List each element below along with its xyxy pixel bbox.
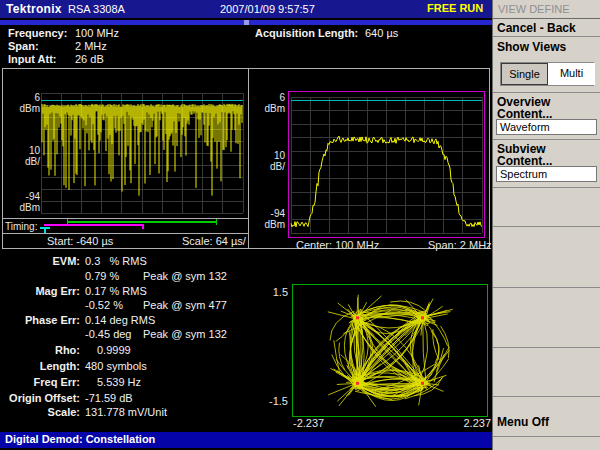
input-att-value: 26 dB — [75, 53, 104, 65]
menu-blank-section-4 — [493, 348, 600, 397]
acquisition-length-label: Acquisition Length: — [255, 27, 358, 39]
overview-y-top-unit: dBm — [2, 103, 40, 114]
length-value: 480 symbols — [85, 360, 147, 372]
multi-view-button[interactable]: Multi — [548, 63, 595, 85]
span-label: Span: — [8, 40, 39, 52]
freq-err-row: Freq Err: 5.539 Hz — [0, 376, 290, 389]
subview-y-bottom-label: -94 — [247, 208, 285, 219]
subview-y-bottom-unit: dBm — [247, 219, 285, 230]
subview-y-top-label: 6 — [247, 92, 285, 103]
menu-blank-section-3 — [493, 288, 600, 348]
frequency-label: Frequency: — [8, 27, 67, 39]
phase-err-peak-value: -0.45 deg — [85, 328, 131, 340]
acquisition-length-value: 640 µs — [365, 27, 398, 39]
menu-blank-section-2 — [493, 227, 600, 288]
menu-title-section: VIEW DEFINE — [493, 0, 600, 19]
origin-offset-row: Origin Offset: -71.59 dB — [0, 392, 290, 405]
rho-value: 0.9999 — [97, 344, 131, 356]
timing-magenta-tick — [142, 224, 144, 229]
span-value: 2 MHz — [75, 40, 107, 52]
phase-err-row: Phase Err: 0.14 deg RMS — [0, 314, 290, 327]
rho-row: Rho: 0.9999 — [0, 344, 290, 357]
show-views-section: Show Views Single Multi — [493, 37, 600, 93]
subview-y-scale-label: 10 — [247, 150, 285, 161]
constellation-plot — [293, 285, 487, 416]
subview-y-scale-unit: dB/ — [247, 161, 285, 172]
phase-err-peak-row: -0.45 deg Peak @ sym 132 — [0, 328, 290, 341]
mag-err-peak-value: -0.52 % — [85, 299, 123, 311]
mode-status-bar: Digital Demod: Constellation — [0, 432, 492, 448]
timing-label: Timing: — [5, 221, 37, 232]
menu-title: VIEW DEFINE — [498, 3, 570, 15]
timing-green-span-bar[interactable] — [68, 221, 217, 223]
subview-content-field[interactable]: Spectrum — [496, 166, 597, 182]
timing-magenta-span-bar[interactable] — [44, 224, 144, 226]
menu-off-label: Menu Off — [497, 415, 549, 429]
evm-peak-row: 0.79 % Peak @ sym 132 — [0, 270, 290, 283]
origin-offset-value: -71.59 dB — [85, 392, 133, 404]
phase-err-rms-value: 0.14 deg RMS — [85, 314, 155, 326]
accent-strip-marker — [244, 20, 249, 25]
input-att-label: Input Att: — [8, 53, 56, 65]
trigger-status-badge: FREE RUN — [427, 2, 483, 14]
subview-span-readout: Span: 2 MHz — [428, 239, 492, 251]
frequency-value: 100 MHz — [75, 27, 119, 39]
length-row: Length: 480 symbols — [0, 360, 290, 373]
mag-err-row: Mag Err: 0.17 % RMS — [0, 285, 290, 298]
evm-peak-symbol: Peak @ sym 132 — [143, 270, 227, 282]
overview-y-top-label: 6 — [2, 92, 40, 103]
mag-err-peak-symbol: Peak @ sym 477 — [143, 299, 227, 311]
overview-y-scale-unit: dB/ — [2, 156, 40, 167]
evm-peak-value: 0.79 % — [85, 270, 119, 282]
evm-rms-value: 0.3 % RMS — [85, 255, 147, 267]
freq-err-value: 5.539 Hz — [97, 376, 141, 388]
mag-err-peak-row: -0.52 % Peak @ sym 477 — [0, 299, 290, 312]
scale-label: Scale: — [0, 406, 80, 418]
mag-err-rms-value: 0.17 % RMS — [85, 285, 147, 297]
view-mode-toggle: Single Multi — [500, 62, 594, 86]
subview-spectrum-display — [288, 91, 485, 238]
subview-y-top-unit: dBm — [247, 103, 285, 114]
model-number: RSA 3308A — [68, 3, 125, 15]
overview-scale-readout: Scale: 64 µs/ — [182, 235, 246, 247]
constellation-x-right-label: 2.237 — [455, 417, 491, 429]
length-label: Length: — [0, 360, 80, 372]
show-views-label: Show Views — [497, 40, 566, 54]
scale-row: Scale: 131.778 mV/Unit — [0, 406, 290, 419]
overview-y-scale-label: 10 — [2, 145, 40, 156]
menu-off-button[interactable]: Menu Off — [493, 397, 600, 437]
datetime-readout: 2007/01/09 9:57:57 — [220, 3, 315, 15]
constellation-display — [292, 284, 488, 417]
instrument-screen: Tektronix RSA 3308A 2007/01/09 9:57:57 F… — [0, 0, 600, 450]
cancel-back-label: Cancel - Back — [497, 21, 576, 35]
cancel-back-button[interactable]: Cancel - Back — [493, 19, 600, 37]
overview-y-bottom-label: -94 — [2, 191, 40, 202]
mag-err-label: Mag Err: — [0, 285, 80, 297]
overview-start-readout: Start: -640 µs — [47, 235, 113, 247]
scale-value: 131.778 mV/Unit — [85, 406, 167, 418]
phase-err-label: Phase Err: — [0, 314, 80, 326]
overview-content-section[interactable]: Overview Content... Waveform — [493, 93, 600, 140]
mode-status-text: Digital Demod: Constellation — [5, 433, 155, 445]
menu-sidebar: VIEW DEFINE Cancel - Back Show Views Sin… — [492, 0, 600, 450]
subview-content-section[interactable]: Subview Content... Spectrum — [493, 140, 600, 188]
evm-row: EVM: 0.3 % RMS — [0, 255, 290, 268]
single-view-button[interactable]: Single — [501, 63, 548, 85]
brand-logo: Tektronix — [6, 2, 62, 16]
spectrum-plot — [289, 92, 484, 237]
constellation-x-left-label: -2.237 — [293, 417, 324, 429]
phase-err-peak-symbol: Peak @ sym 132 — [143, 328, 227, 340]
origin-offset-label: Origin Offset: — [0, 392, 80, 404]
evm-label: EVM: — [0, 255, 80, 267]
subview-center-readout: Center: 100 MHz — [296, 239, 379, 251]
overview-content-field[interactable]: Waveform — [496, 119, 597, 135]
overview-y-bottom-unit: dBm — [2, 202, 40, 213]
menu-blank-section-1 — [493, 188, 600, 227]
freq-err-label: Freq Err: — [0, 376, 80, 388]
title-bar: Tektronix RSA 3308A 2007/01/09 9:57:57 F… — [0, 0, 492, 18]
rho-label: Rho: — [0, 344, 80, 356]
